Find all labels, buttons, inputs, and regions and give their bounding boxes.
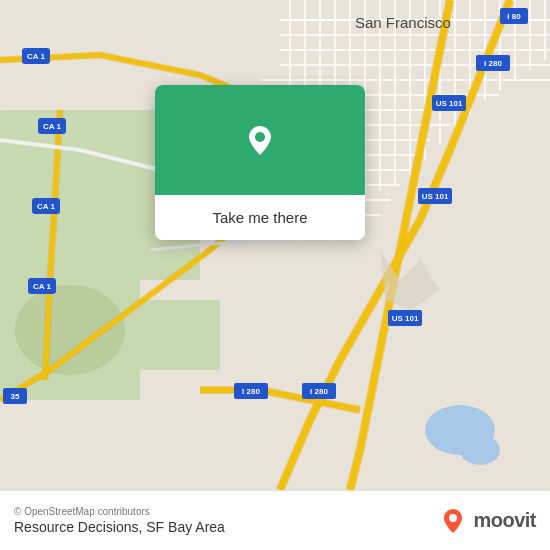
svg-point-65	[255, 132, 265, 142]
svg-text:35: 35	[11, 392, 20, 401]
svg-text:I 80: I 80	[507, 12, 521, 21]
popup-green-area	[155, 85, 365, 195]
moovit-logo: moovit	[439, 507, 536, 535]
svg-text:I 280: I 280	[242, 387, 260, 396]
svg-text:CA 1: CA 1	[27, 52, 45, 61]
svg-text:CA 1: CA 1	[37, 202, 55, 211]
popup-card: Take me there	[155, 85, 365, 240]
svg-rect-4	[140, 300, 220, 370]
svg-text:I 280: I 280	[484, 59, 502, 68]
bottom-left: © OpenStreetMap contributors Resource De…	[14, 506, 225, 535]
moovit-pin-icon	[439, 507, 467, 535]
location-pin-icon	[238, 118, 282, 162]
bottom-bar: © OpenStreetMap contributors Resource De…	[0, 490, 550, 550]
copyright-text: © OpenStreetMap contributors	[14, 506, 225, 517]
svg-point-6	[460, 435, 500, 465]
svg-text:US 101: US 101	[392, 314, 419, 323]
map-svg: CA 1 CA 1 CA 1 CA 1 I 80 US 101 US 101 U…	[0, 0, 550, 490]
take-me-there-button[interactable]: Take me there	[155, 195, 365, 240]
svg-point-66	[449, 514, 457, 522]
map-container: CA 1 CA 1 CA 1 CA 1 I 80 US 101 US 101 U…	[0, 0, 550, 490]
svg-text:CA 1: CA 1	[43, 122, 61, 131]
svg-text:San Francisco: San Francisco	[355, 14, 451, 31]
svg-text:US 101: US 101	[436, 99, 463, 108]
svg-text:US 101: US 101	[422, 192, 449, 201]
svg-text:I 280: I 280	[310, 387, 328, 396]
svg-text:CA 1: CA 1	[33, 282, 51, 291]
location-label: Resource Decisions, SF Bay Area	[14, 519, 225, 535]
moovit-wordmark: moovit	[473, 509, 536, 532]
